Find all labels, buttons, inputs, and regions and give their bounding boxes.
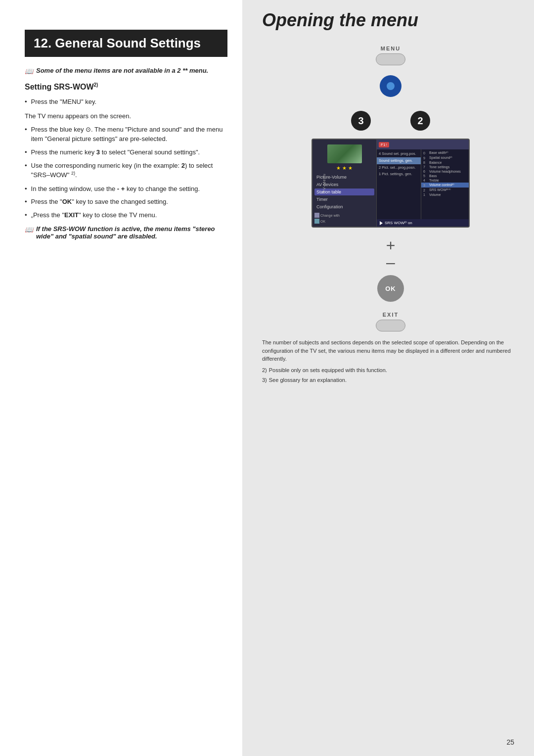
tv-menu-left-label: TV-Menu	[322, 173, 326, 192]
right-column: Opening the menu MENU 3 2	[242, 0, 534, 756]
tv-row: 5Bass	[421, 174, 469, 178]
list-item: Press the blue key ⊙. The menu "Picture …	[25, 125, 227, 144]
footnote-2: 2) Possible only on sets equipped with t…	[262, 366, 519, 375]
left-column: 12. General Sound Settings 📖 Some of the…	[0, 0, 242, 756]
opening-title: Opening the menu	[262, 10, 519, 31]
tv-right-list: 0Base width²⁾ 9Spatial sound²⁾ 8Balance …	[421, 149, 469, 219]
bottom-notes: The number of subjects and sections depe…	[262, 338, 519, 384]
ok-icon	[314, 219, 319, 224]
tv-menu-item: Configuration	[314, 203, 374, 210]
tv-row: 8Balance	[421, 160, 469, 165]
note-block-1: 📖 Some of the menu items are not availab…	[25, 67, 227, 75]
tv-row: 9Spatial sound²⁾	[421, 155, 469, 160]
tv-menu-screenshot: TV-Menu ★ ★ ★ Picture-Volume AV devices …	[312, 139, 470, 228]
tv-row: 7Tone settings	[421, 165, 469, 169]
number-3-circle[interactable]: 3	[351, 111, 371, 131]
subheading: Setting SRS-WOW2)	[25, 82, 227, 92]
remote-diagram: MENU 3 2 TV	[262, 46, 519, 331]
tv-menu-bottom: Change with OK	[312, 211, 376, 227]
tv-row: 0Base width²⁾	[421, 150, 469, 155]
tv-srs-bar: SRS WOW²⁾ on	[377, 219, 469, 227]
minus-sign: –	[386, 254, 395, 270]
change-icon	[314, 213, 319, 218]
tv-menu-right-top: F1↑	[377, 140, 469, 149]
list-item: Press the numeric key 3 to select "Gener…	[25, 148, 227, 157]
tv-row: 2SRS WOW²⁾³⁾	[421, 188, 469, 192]
blue-circle-button[interactable]	[380, 75, 401, 97]
note-text-2: If the SRS-WOW function is active, the m…	[36, 225, 227, 240]
tv-menu-left-panel: TV-Menu ★ ★ ★ Picture-Volume AV devices …	[312, 140, 377, 227]
triangle-icon	[380, 221, 383, 225]
tv-menu-item: Timer	[314, 196, 374, 203]
menu-button-area: MENU	[376, 46, 405, 65]
tv-menu-right-panel: F1↑ 4 Sound set. prog.pos. Sound setting…	[377, 140, 469, 227]
exit-pill-button[interactable]	[376, 320, 405, 331]
exit-label: EXIT	[383, 312, 399, 318]
change-row: Change with	[314, 213, 374, 218]
instruction-list-2: Press the blue key ⊙. The menu "Picture …	[25, 125, 227, 220]
exit-area: EXIT	[376, 312, 405, 331]
blue-circle-container	[380, 75, 401, 104]
plus-sign: +	[386, 237, 396, 253]
tv-sub-item: 1 Pict. settings, gen.	[377, 171, 421, 178]
tv-row: 6Volume headphones	[421, 169, 469, 174]
menu-pill-button[interactable]	[376, 53, 405, 65]
list-item: Press the "OK" key to save the changed s…	[25, 197, 227, 207]
plain-text-1: The TV menu appears on the screen.	[25, 112, 227, 121]
num-circles-row: 3 2	[351, 111, 430, 131]
tv-menu-bg-image	[327, 144, 362, 163]
tv-menu-stars: ★ ★ ★	[312, 165, 376, 171]
note-icon-1: 📖	[25, 67, 33, 75]
list-item: In the setting window, use the - + key t…	[25, 185, 227, 194]
tv-row-selected[interactable]: 3Volume control²⁾	[421, 183, 469, 188]
ok-button[interactable]: OK	[377, 275, 404, 302]
instruction-list: Press the "MENU" key.	[25, 97, 227, 107]
section-title: 12. General Sound Settings	[25, 30, 227, 57]
note-icon-2: 📖	[25, 226, 33, 234]
tv-sub-item: 2 Pict. set...prog.posn.	[377, 164, 421, 171]
f1-badge: F1↑	[379, 142, 389, 147]
note-block-2: 📖 If the SRS-WOW function is active, the…	[25, 225, 227, 240]
list-item: Use the corresponding numeric key (in th…	[25, 161, 227, 181]
list-item: Press the "MENU" key.	[25, 97, 227, 107]
footnote-3: 3) See glossary for an explanation.	[262, 376, 519, 384]
page-container: 12. General Sound Settings 📖 Some of the…	[0, 0, 534, 756]
blue-circle-inner	[386, 81, 396, 91]
ok-row: OK	[314, 219, 374, 224]
tv-submenu: 4 Sound set. prog.pos. Sound settings, g…	[377, 149, 421, 219]
tv-right-rows: 4 Sound set. prog.pos. Sound settings, g…	[377, 149, 469, 219]
tv-row: 1Volume	[421, 192, 469, 197]
page-number: 25	[506, 738, 514, 746]
tv-sub-item: 4 Sound set. prog.pos.	[377, 150, 421, 157]
list-item: „Press the "EXIT" key to close the TV me…	[25, 211, 227, 220]
note-text-1: Some of the menu items are not available…	[36, 67, 208, 74]
menu-label: MENU	[381, 46, 400, 51]
number-2-circle[interactable]: 2	[410, 111, 430, 131]
tv-sub-item-selected[interactable]: Sound settings, gen.	[377, 157, 421, 164]
footer-note: The number of subjects and sections depe…	[262, 338, 519, 363]
tv-row: 4Treble	[421, 178, 469, 183]
controls-section: + – OK	[377, 237, 404, 302]
